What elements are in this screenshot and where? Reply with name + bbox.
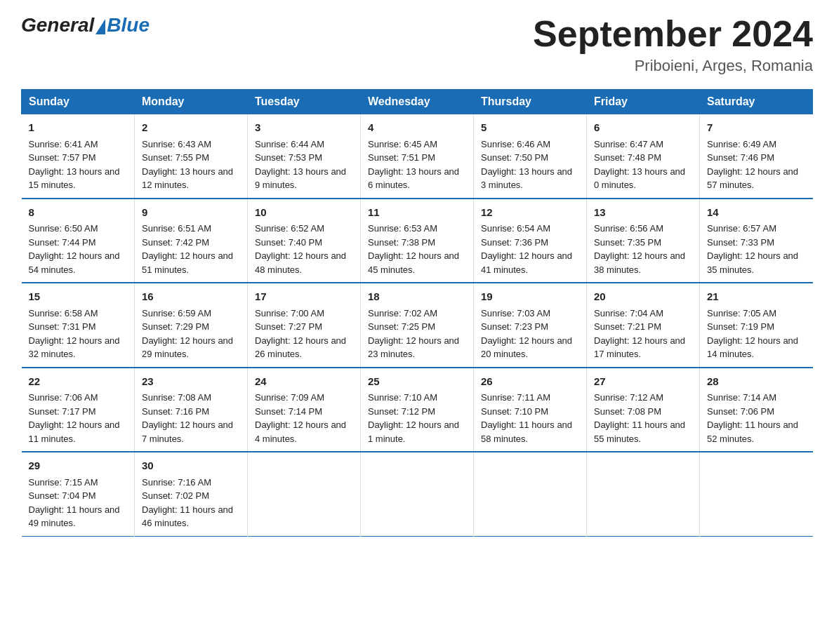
calendar-cell: 16Sunrise: 6:59 AMSunset: 7:29 PMDayligh…	[135, 283, 248, 368]
day-info: Sunrise: 6:56 AMSunset: 7:35 PMDaylight:…	[594, 223, 685, 275]
location-subtitle: Priboieni, Arges, Romania	[533, 57, 813, 75]
day-number: 27	[594, 374, 692, 390]
day-info: Sunrise: 6:41 AMSunset: 7:57 PMDaylight:…	[29, 139, 120, 191]
day-info: Sunrise: 6:43 AMSunset: 7:55 PMDaylight:…	[142, 139, 233, 191]
day-info: Sunrise: 6:50 AMSunset: 7:44 PMDaylight:…	[29, 223, 120, 275]
day-number: 22	[29, 374, 128, 390]
day-number: 26	[481, 374, 579, 390]
day-info: Sunrise: 6:59 AMSunset: 7:29 PMDaylight:…	[142, 308, 233, 360]
calendar-cell: 5Sunrise: 6:46 AMSunset: 7:50 PMDaylight…	[474, 114, 587, 199]
calendar-cell: 4Sunrise: 6:45 AMSunset: 7:51 PMDaylight…	[361, 114, 474, 199]
day-number: 5	[481, 120, 579, 136]
calendar-cell: 30Sunrise: 7:16 AMSunset: 7:02 PMDayligh…	[135, 452, 248, 536]
day-number: 19	[481, 289, 579, 305]
calendar-cell: 24Sunrise: 7:09 AMSunset: 7:14 PMDayligh…	[248, 368, 361, 452]
day-info: Sunrise: 7:16 AMSunset: 7:02 PMDaylight:…	[142, 477, 233, 529]
day-info: Sunrise: 6:49 AMSunset: 7:46 PMDaylight:…	[707, 139, 798, 191]
calendar-cell	[361, 452, 474, 536]
day-info: Sunrise: 6:46 AMSunset: 7:50 PMDaylight:…	[481, 139, 572, 191]
day-number: 30	[142, 458, 240, 474]
day-info: Sunrise: 7:10 AMSunset: 7:12 PMDaylight:…	[368, 392, 459, 444]
week-row-4: 22Sunrise: 7:06 AMSunset: 7:17 PMDayligh…	[22, 368, 813, 452]
week-row-1: 1Sunrise: 6:41 AMSunset: 7:57 PMDaylight…	[22, 114, 813, 199]
day-info: Sunrise: 6:53 AMSunset: 7:38 PMDaylight:…	[368, 223, 459, 275]
day-info: Sunrise: 7:05 AMSunset: 7:19 PMDaylight:…	[707, 308, 798, 360]
page-header: General Blue September 2024 Priboieni, A…	[21, 14, 813, 75]
day-number: 8	[29, 205, 128, 221]
header-friday: Friday	[587, 90, 700, 114]
header-monday: Monday	[135, 90, 248, 114]
day-info: Sunrise: 7:11 AMSunset: 7:10 PMDaylight:…	[481, 392, 572, 444]
day-number: 29	[29, 458, 128, 474]
day-info: Sunrise: 7:03 AMSunset: 7:23 PMDaylight:…	[481, 308, 572, 360]
day-info: Sunrise: 6:45 AMSunset: 7:51 PMDaylight:…	[368, 139, 459, 191]
day-info: Sunrise: 6:57 AMSunset: 7:33 PMDaylight:…	[707, 223, 798, 275]
calendar-header: SundayMondayTuesdayWednesdayThursdayFrid…	[22, 90, 813, 114]
day-info: Sunrise: 6:58 AMSunset: 7:31 PMDaylight:…	[29, 308, 120, 360]
calendar-cell: 7Sunrise: 6:49 AMSunset: 7:46 PMDaylight…	[700, 114, 813, 199]
logo-triangle-icon	[95, 19, 105, 34]
calendar-cell: 19Sunrise: 7:03 AMSunset: 7:23 PMDayligh…	[474, 283, 587, 368]
day-number: 24	[255, 374, 353, 390]
day-number: 16	[142, 289, 240, 305]
calendar-cell: 20Sunrise: 7:04 AMSunset: 7:21 PMDayligh…	[587, 283, 700, 368]
day-number: 23	[142, 374, 240, 390]
calendar-cell: 29Sunrise: 7:15 AMSunset: 7:04 PMDayligh…	[22, 452, 135, 536]
day-info: Sunrise: 7:08 AMSunset: 7:16 PMDaylight:…	[142, 392, 233, 444]
calendar-cell: 11Sunrise: 6:53 AMSunset: 7:38 PMDayligh…	[361, 199, 474, 283]
day-info: Sunrise: 7:06 AMSunset: 7:17 PMDaylight:…	[29, 392, 120, 444]
day-number: 14	[707, 205, 806, 221]
day-number: 6	[594, 120, 692, 136]
calendar-cell	[700, 452, 813, 536]
header-sunday: Sunday	[22, 90, 135, 114]
day-info: Sunrise: 7:04 AMSunset: 7:21 PMDaylight:…	[594, 308, 685, 360]
calendar-cell: 1Sunrise: 6:41 AMSunset: 7:57 PMDaylight…	[22, 114, 135, 199]
header-row: SundayMondayTuesdayWednesdayThursdayFrid…	[22, 90, 813, 114]
calendar-cell: 12Sunrise: 6:54 AMSunset: 7:36 PMDayligh…	[474, 199, 587, 283]
calendar-table: SundayMondayTuesdayWednesdayThursdayFrid…	[21, 89, 813, 537]
calendar-cell: 3Sunrise: 6:44 AMSunset: 7:53 PMDaylight…	[248, 114, 361, 199]
calendar-cell	[248, 452, 361, 536]
title-block: September 2024 Priboieni, Arges, Romania	[533, 14, 813, 75]
calendar-cell: 21Sunrise: 7:05 AMSunset: 7:19 PMDayligh…	[700, 283, 813, 368]
calendar-cell: 22Sunrise: 7:06 AMSunset: 7:17 PMDayligh…	[22, 368, 135, 452]
day-number: 2	[142, 120, 240, 136]
day-number: 1	[29, 120, 128, 136]
logo: General Blue	[21, 14, 150, 36]
day-number: 12	[481, 205, 579, 221]
calendar-cell: 18Sunrise: 7:02 AMSunset: 7:25 PMDayligh…	[361, 283, 474, 368]
day-number: 4	[368, 120, 466, 136]
calendar-cell: 27Sunrise: 7:12 AMSunset: 7:08 PMDayligh…	[587, 368, 700, 452]
calendar-cell: 13Sunrise: 6:56 AMSunset: 7:35 PMDayligh…	[587, 199, 700, 283]
day-info: Sunrise: 6:54 AMSunset: 7:36 PMDaylight:…	[481, 223, 572, 275]
calendar-cell: 25Sunrise: 7:10 AMSunset: 7:12 PMDayligh…	[361, 368, 474, 452]
day-info: Sunrise: 6:44 AMSunset: 7:53 PMDaylight:…	[255, 139, 346, 191]
day-number: 13	[594, 205, 692, 221]
day-info: Sunrise: 7:00 AMSunset: 7:27 PMDaylight:…	[255, 308, 346, 360]
header-tuesday: Tuesday	[248, 90, 361, 114]
day-number: 15	[29, 289, 128, 305]
day-number: 17	[255, 289, 353, 305]
day-number: 10	[255, 205, 353, 221]
calendar-cell: 23Sunrise: 7:08 AMSunset: 7:16 PMDayligh…	[135, 368, 248, 452]
calendar-cell	[474, 452, 587, 536]
calendar-body: 1Sunrise: 6:41 AMSunset: 7:57 PMDaylight…	[22, 114, 813, 537]
calendar-cell: 15Sunrise: 6:58 AMSunset: 7:31 PMDayligh…	[22, 283, 135, 368]
calendar-cell: 9Sunrise: 6:51 AMSunset: 7:42 PMDaylight…	[135, 199, 248, 283]
day-info: Sunrise: 7:14 AMSunset: 7:06 PMDaylight:…	[707, 392, 798, 444]
day-info: Sunrise: 6:47 AMSunset: 7:48 PMDaylight:…	[594, 139, 685, 191]
day-info: Sunrise: 7:02 AMSunset: 7:25 PMDaylight:…	[368, 308, 459, 360]
logo-blue-text: Blue	[107, 14, 150, 36]
day-number: 20	[594, 289, 692, 305]
day-info: Sunrise: 6:51 AMSunset: 7:42 PMDaylight:…	[142, 223, 233, 275]
calendar-cell: 6Sunrise: 6:47 AMSunset: 7:48 PMDaylight…	[587, 114, 700, 199]
day-number: 25	[368, 374, 466, 390]
week-row-2: 8Sunrise: 6:50 AMSunset: 7:44 PMDaylight…	[22, 199, 813, 283]
header-wednesday: Wednesday	[361, 90, 474, 114]
calendar-cell: 28Sunrise: 7:14 AMSunset: 7:06 PMDayligh…	[700, 368, 813, 452]
day-number: 28	[707, 374, 806, 390]
header-saturday: Saturday	[700, 90, 813, 114]
header-thursday: Thursday	[474, 90, 587, 114]
calendar-cell: 14Sunrise: 6:57 AMSunset: 7:33 PMDayligh…	[700, 199, 813, 283]
day-info: Sunrise: 6:52 AMSunset: 7:40 PMDaylight:…	[255, 223, 346, 275]
